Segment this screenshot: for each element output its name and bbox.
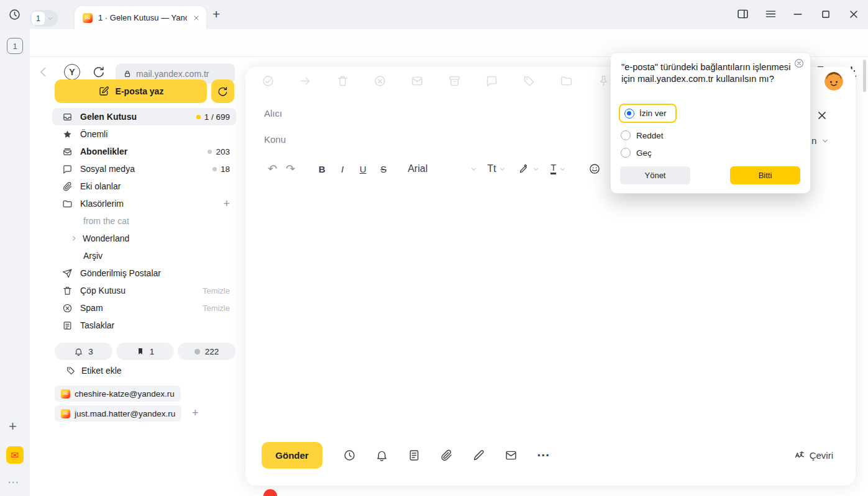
add-folder-icon[interactable]: +	[223, 198, 230, 209]
count-dot	[212, 167, 217, 171]
redo-icon[interactable]: ↷	[286, 162, 295, 176]
radio-selected-icon[interactable]	[624, 109, 634, 119]
font-family-select[interactable]: Arial	[408, 163, 477, 174]
italic-button[interactable]: I	[338, 164, 347, 174]
partially-hidden-control[interactable]: n	[811, 135, 829, 146]
sidebar-item-important[interactable]: Önemli	[52, 125, 236, 143]
sidebar-item-archive[interactable]: Arşiv	[52, 247, 236, 264]
tab-counter-badge[interactable]: 1	[7, 38, 23, 54]
minimize-window-icon[interactable]	[792, 8, 804, 20]
unread-badge[interactable]: 222	[178, 343, 235, 360]
radio-icon[interactable]	[621, 148, 631, 158]
sidebar-item-trash[interactable]: Çöp Kutusu Temizle	[52, 282, 236, 299]
spam-icon	[373, 74, 386, 88]
highlight-color-select[interactable]	[518, 163, 539, 174]
emoji-icon[interactable]	[588, 163, 601, 175]
sidebar-item-my-folders[interactable]: Klasörlerim +	[52, 195, 236, 212]
template-icon[interactable]	[408, 449, 421, 462]
tab-group-pill[interactable]: 1	[30, 10, 58, 27]
option-deny[interactable]: Reddet	[621, 127, 664, 143]
attach-email-icon[interactable]	[505, 449, 518, 462]
translate-button[interactable]: Çeviri	[793, 449, 833, 461]
done-button[interactable]: Bitti	[730, 166, 800, 184]
undo-icon[interactable]: ↶	[268, 162, 277, 176]
folder-label: Taslaklar	[80, 320, 114, 330]
sidebar-item-social[interactable]: Sosyal medya 18	[52, 160, 236, 178]
chat-icon	[485, 74, 498, 88]
mailbox-toolbar-disabled	[262, 74, 610, 88]
user-avatar[interactable]	[825, 72, 843, 91]
compose-bottom-bar: Gönder ⋯ Çeviri	[262, 441, 833, 469]
history-clock-icon[interactable]	[8, 8, 21, 21]
close-tab-icon[interactable]	[193, 14, 200, 22]
menu-icon[interactable]	[764, 7, 777, 20]
refresh-icon	[217, 86, 229, 97]
sidebar-item-drafts[interactable]: Taslaklar	[52, 317, 236, 334]
star-icon	[62, 129, 73, 140]
bookmarks-badge[interactable]: 1	[116, 343, 174, 360]
send-button[interactable]: Gönder	[262, 442, 322, 469]
scrollbar[interactable]	[863, 60, 866, 92]
font-size-select[interactable]: Tt	[487, 163, 506, 174]
folder-list: Gelen Kutusu 1 / 699 Önemli Abonelikler …	[52, 108, 236, 334]
rail-add-icon[interactable]: +	[9, 418, 17, 435]
add-account-icon[interactable]: +	[192, 407, 199, 420]
folder-count: 18	[221, 165, 230, 174]
side-panels-icon[interactable]	[736, 7, 749, 20]
compose-email-button[interactable]: E-posta yaz	[55, 79, 207, 103]
account-email: cheshire-katze@yandex.ru	[75, 389, 175, 399]
maximize-window-icon[interactable]	[820, 8, 832, 20]
to-field[interactable]: Alıcı	[264, 108, 282, 119]
marker-icon	[518, 163, 529, 174]
back-icon[interactable]	[36, 65, 51, 79]
more-options-icon[interactable]: ⋯	[537, 452, 550, 458]
bold-button[interactable]: B	[318, 164, 326, 174]
option-skip[interactable]: Geç	[621, 145, 652, 161]
folder-label: Wonderland	[83, 233, 129, 243]
new-tab-icon[interactable]: +	[212, 7, 220, 22]
rail-more-icon[interactable]: ⋯	[7, 475, 20, 489]
text-color-select[interactable]: T	[550, 163, 566, 174]
yandex-mail-app-icon[interactable]: ✉	[6, 446, 24, 464]
sidebar-item-subscriptions[interactable]: Abonelikler 203	[52, 143, 236, 160]
account-item[interactable]: ✉ cheshire-katze@yandex.ru	[55, 386, 181, 402]
underline-button[interactable]: U	[359, 164, 367, 174]
chevron-right-icon[interactable]	[70, 235, 78, 242]
sidebar-item-sent[interactable]: Gönderilmiş Postalar	[52, 264, 236, 282]
sidebar-item-with-attachments[interactable]: Eki olanlar	[52, 178, 236, 195]
attach-file-icon[interactable]	[440, 449, 453, 462]
bookmark-icon	[136, 347, 145, 356]
schedule-send-icon[interactable]	[343, 449, 356, 462]
browser-title-bar: 1 ✉ 1 · Gelen Kutusu — Yanc +	[0, 0, 868, 29]
chevron-down-icon	[532, 166, 539, 173]
strikethrough-button[interactable]: S	[379, 164, 388, 174]
send-icon	[62, 268, 73, 279]
reminders-badge[interactable]: 3	[55, 343, 112, 360]
clear-folder-link[interactable]: Temizle	[203, 304, 230, 313]
mail-icon	[411, 74, 424, 88]
clear-folder-link[interactable]: Temizle	[203, 286, 230, 295]
option-allow[interactable]: İzin ver	[619, 104, 677, 123]
close-window-icon[interactable]	[847, 8, 860, 20]
close-compose-icon[interactable]	[816, 109, 828, 122]
sidebar-item-from-the-cat[interactable]: from the cat	[52, 212, 236, 230]
browser-tab[interactable]: ✉ 1 · Gelen Kutusu — Yanc	[75, 6, 206, 29]
manage-button[interactable]: Yönet	[620, 166, 690, 184]
unread-dot-icon	[194, 349, 200, 354]
account-item[interactable]: ✉ just.mad.hatter@yandex.ru	[55, 405, 181, 422]
option-label: İzin ver	[639, 109, 667, 118]
chevron-down-icon	[559, 166, 566, 173]
radio-icon[interactable]	[621, 130, 631, 140]
sidebar-item-inbox[interactable]: Gelen Kutusu 1 / 699	[52, 108, 236, 125]
sidebar-item-spam[interactable]: Spam Temizle	[52, 299, 236, 317]
popup-message: "e-posta" türündeki bağlantıların işlenm…	[621, 61, 798, 85]
tab-title: 1 · Gelen Kutusu — Yanc	[98, 13, 187, 22]
notify-icon[interactable]	[375, 449, 388, 462]
sidebar-item-wonderland[interactable]: Wonderland	[52, 230, 236, 247]
unread-dot	[196, 115, 201, 119]
refresh-mail-button[interactable]	[211, 79, 234, 103]
add-label-button[interactable]: Etiket ekle	[66, 366, 122, 376]
subject-field[interactable]: Konu	[264, 134, 286, 145]
permission-popup: "e-posta" türündeki bağlantıların işlenm…	[610, 52, 811, 194]
signature-icon[interactable]	[472, 449, 485, 462]
